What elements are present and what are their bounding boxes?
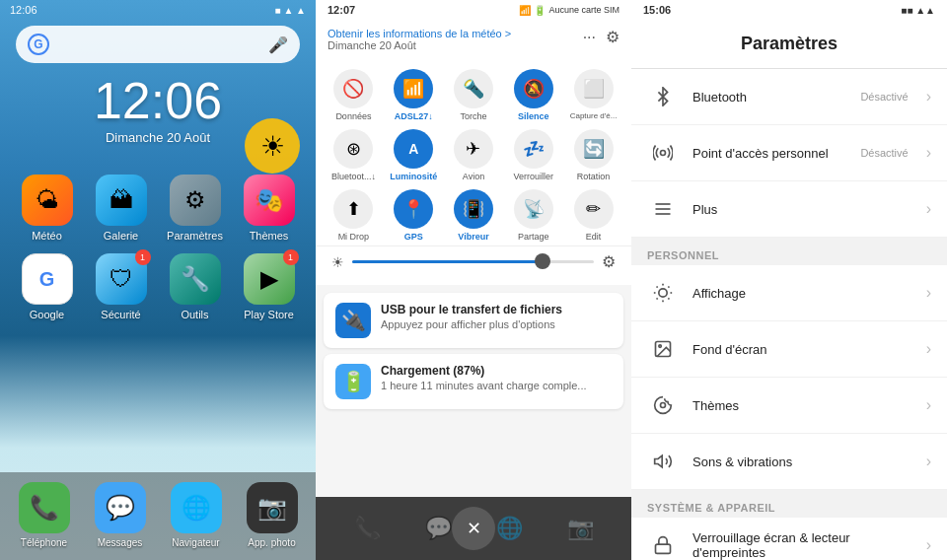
tile-verouiller[interactable]: 💤 Verrouiller bbox=[506, 129, 561, 181]
settings-sons[interactable]: Sons & vibrations › bbox=[631, 434, 947, 490]
home-battery-icon: ■ ▲ ▲ bbox=[275, 5, 306, 16]
notif-charge[interactable]: 🔋 Chargement (87%) 1 heure 11 minutes av… bbox=[324, 354, 623, 409]
tile-midrop[interactable]: ⬆ Mi Drop bbox=[326, 189, 381, 242]
dock-phone[interactable]: 📞 Téléphone bbox=[8, 482, 80, 548]
dock-messages-icon: 💬 bbox=[95, 482, 146, 533]
brightness-bar[interactable] bbox=[352, 260, 594, 263]
bluetooth-content: Bluetooth bbox=[692, 90, 846, 105]
tile-capture[interactable]: ⬜ Capture d'é... bbox=[566, 69, 621, 121]
app-google[interactable]: G Google bbox=[16, 253, 78, 320]
settings-verrouillage[interactable]: Verrouillage écran & lecteurd'empreintes… bbox=[631, 518, 947, 560]
tile-torche-icon: 🔦 bbox=[454, 69, 493, 108]
tile-avion-icon: ✈ bbox=[454, 129, 493, 169]
tile-vibreur-icon: 📳 bbox=[454, 189, 493, 229]
verrouillage-chevron: › bbox=[926, 536, 931, 554]
app-themes[interactable]: 🎭 Thèmes bbox=[238, 175, 300, 242]
notif-header: Obtenir les informations de la météo > D… bbox=[316, 20, 631, 57]
verrouillage-icon bbox=[647, 529, 679, 560]
settings-themes[interactable]: Thèmes › bbox=[631, 378, 947, 434]
notifications-list: 🔌 USB pour le transfert de fichiers Appu… bbox=[316, 285, 631, 497]
tile-capture-label: Capture d'é... bbox=[570, 111, 618, 120]
home-dock: 📞 Téléphone 💬 Messages 🌐 Navigateur 📷 Ap… bbox=[0, 472, 316, 560]
tile-vibreur[interactable]: 📳 Vibreur bbox=[446, 189, 501, 242]
svg-line-8 bbox=[668, 298, 669, 299]
settings-panel: 15:06 ■■ ▲▲ Paramètres Bluetooth Désacti… bbox=[631, 0, 947, 560]
app-parametres[interactable]: ⚙ Paramètres bbox=[164, 175, 226, 242]
home-search-bar[interactable]: G 🎤 bbox=[16, 26, 300, 63]
dock-phone-label: Téléphone bbox=[21, 537, 67, 548]
app-meteo-icon: 🌤 bbox=[22, 175, 73, 226]
app-securite-icon: 🛡 1 bbox=[96, 253, 147, 305]
hotspot-icon bbox=[647, 137, 679, 169]
settings-status-bar: 15:06 ■■ ▲▲ bbox=[631, 0, 947, 20]
bluetooth-icon bbox=[647, 81, 679, 112]
notif-time: 12:07 bbox=[328, 4, 355, 16]
settings-time: 15:06 bbox=[643, 4, 671, 16]
tile-silence[interactable]: 🔕 Silence bbox=[506, 69, 561, 121]
home-screen: 12:06 ■ ▲ ▲ G 🎤 12:06 Dimanche 20 Août ☀… bbox=[0, 0, 316, 560]
svg-line-11 bbox=[657, 298, 658, 299]
app-playstore[interactable]: ▶ 1 Play Store bbox=[238, 253, 300, 320]
notif-usb[interactable]: 🔌 USB pour le transfert de fichiers Appu… bbox=[324, 293, 623, 348]
tile-vibreur-label: Vibreur bbox=[458, 232, 488, 242]
brightness-row: ☀ ⚙ bbox=[316, 245, 631, 277]
app-galerie[interactable]: 🏔 Galerie bbox=[90, 175, 152, 242]
tile-data[interactable]: 🚫 Données bbox=[326, 69, 381, 121]
dock-photo[interactable]: 📷 App. photo bbox=[236, 482, 308, 548]
app-meteo[interactable]: 🌤 Météo bbox=[16, 175, 78, 242]
app-securite-label: Sécurité bbox=[101, 309, 140, 320]
settings-plus[interactable]: Plus › bbox=[631, 181, 947, 238]
tile-gps[interactable]: 📍 GPS bbox=[386, 189, 441, 242]
notif-sim-text: Aucune carte SIM bbox=[548, 5, 619, 15]
themes-title: Thèmes bbox=[692, 398, 912, 413]
tiles-row-3: ⬆ Mi Drop 📍 GPS 📳 Vibreur 📡 Partage ✏ Ed… bbox=[316, 185, 631, 245]
fond-content: Fond d'écran bbox=[692, 342, 912, 357]
tile-bluetooth[interactable]: ⊛ Bluetoot...↓ bbox=[326, 129, 381, 181]
tile-verouiller-label: Verrouiller bbox=[514, 172, 554, 181]
settings-status-icons: ■■ ▲▲ bbox=[901, 5, 935, 16]
themes-icon bbox=[647, 389, 679, 421]
dock-messages-label: Messages bbox=[98, 537, 143, 548]
tile-luminosite[interactable]: A Luminosité bbox=[386, 129, 441, 181]
tile-edit[interactable]: ✏ Edit bbox=[566, 189, 621, 242]
settings-affichage[interactable]: Affichage › bbox=[631, 265, 947, 321]
tile-wifi[interactable]: 📶 ADSL27↓ bbox=[386, 69, 441, 121]
tile-wifi-label: ADSL27↓ bbox=[395, 111, 433, 121]
sons-icon bbox=[647, 446, 679, 477]
tile-avion-label: Avion bbox=[463, 172, 484, 181]
notif-dots-icon[interactable]: ··· bbox=[583, 29, 596, 46]
app-themes-icon: 🎭 bbox=[244, 175, 295, 226]
notif-charge-body: Chargement (87%) 1 heure 11 minutes avan… bbox=[381, 364, 612, 391]
notif-charge-text: 1 heure 11 minutes avant charge comple..… bbox=[381, 380, 612, 391]
fond-icon bbox=[647, 333, 679, 365]
app-outils-label: Outils bbox=[181, 309, 208, 320]
weather-widget[interactable]: ☀ bbox=[245, 118, 300, 174]
tile-torche[interactable]: 🔦 Torche bbox=[446, 69, 501, 121]
dock-phone-icon: 📞 bbox=[19, 482, 70, 533]
settings-fond[interactable]: Fond d'écran › bbox=[631, 321, 947, 378]
tile-silence-label: Silence bbox=[518, 111, 549, 121]
tile-avion[interactable]: ✈ Avion bbox=[446, 129, 501, 181]
settings-title: Paramètres bbox=[647, 34, 931, 54]
dock-messages[interactable]: 💬 Messages bbox=[84, 482, 156, 548]
brightness-settings-icon[interactable]: ⚙ bbox=[602, 252, 616, 271]
app-google-icon: G bbox=[22, 253, 73, 305]
notif-settings-icon[interactable]: ⚙ bbox=[606, 28, 619, 46]
dock-nav[interactable]: 🌐 Navigateur bbox=[160, 482, 232, 548]
notif-weather-link[interactable]: Obtenir les informations de la météo > bbox=[328, 28, 511, 39]
settings-bluetooth[interactable]: Bluetooth Désactivé › bbox=[631, 69, 947, 125]
app-securite[interactable]: 🛡 1 Sécurité bbox=[90, 253, 152, 320]
home-status-icons: ■ ▲ ▲ bbox=[275, 5, 306, 16]
tile-bluetooth-label: Bluetoot...↓ bbox=[331, 172, 376, 181]
notif-usb-title: USB pour le transfert de fichiers bbox=[381, 303, 612, 316]
quick-tiles: 🚫 Données 📶 ADSL27↓ 🔦 Torche 🔕 Silence ⬜… bbox=[316, 57, 631, 285]
notif-charge-icon: 🔋 bbox=[335, 364, 371, 399]
app-playstore-label: Play Store bbox=[244, 309, 294, 320]
settings-hotspot[interactable]: Point d'accès personnel Désactivé › bbox=[631, 125, 947, 181]
svg-rect-17 bbox=[656, 544, 671, 553]
dock-photo-icon: 📷 bbox=[247, 482, 298, 533]
tile-partage[interactable]: 📡 Partage bbox=[506, 189, 561, 242]
tile-partage-icon: 📡 bbox=[514, 189, 553, 229]
tile-rotation[interactable]: 🔄 Rotation bbox=[566, 129, 621, 181]
app-outils[interactable]: 🔧 Outils bbox=[164, 253, 226, 320]
